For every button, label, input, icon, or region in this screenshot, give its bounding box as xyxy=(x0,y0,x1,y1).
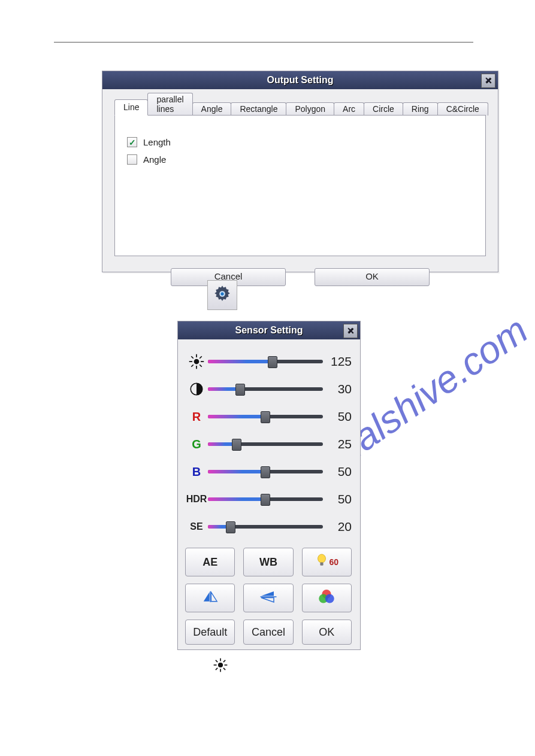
checkbox-angle[interactable] xyxy=(127,154,137,165)
output-title: Output Setting xyxy=(267,75,333,86)
se-label: SE xyxy=(185,521,208,532)
tab-polygon[interactable]: Polygon xyxy=(286,102,334,116)
se-value: 20 xyxy=(323,520,352,534)
bulb-icon xyxy=(315,553,328,572)
tab-c-and-circle[interactable]: C&Circle xyxy=(437,102,488,116)
brightness-slider[interactable] xyxy=(208,357,323,366)
hdr-label: HDR xyxy=(185,494,208,505)
default-button[interactable]: Default xyxy=(185,620,235,645)
tab-circle[interactable]: Circle xyxy=(364,102,403,116)
svg-point-3 xyxy=(194,359,200,365)
contrast-value: 30 xyxy=(323,382,352,396)
svg-point-2 xyxy=(220,292,223,295)
sensor-ok-button[interactable]: OK xyxy=(302,620,352,645)
sensor-settings-gear-button[interactable] xyxy=(207,280,237,310)
g-value: 25 xyxy=(323,437,352,451)
contrast-icon xyxy=(185,381,208,397)
tab-content-line: Length Angle xyxy=(114,115,486,256)
rgb-circles-icon xyxy=(318,588,335,608)
sensor-setting-dialog: Sensor Setting ✕ 125 xyxy=(177,321,361,650)
tab-angle[interactable]: Angle xyxy=(192,102,232,116)
brightness-value: 125 xyxy=(323,354,352,369)
standalone-brightness-icon xyxy=(213,657,228,675)
tab-line[interactable]: Line xyxy=(114,99,148,116)
gear-icon xyxy=(212,284,232,306)
g-slider[interactable] xyxy=(208,439,323,449)
tab-arc[interactable]: Arc xyxy=(334,102,364,116)
slider-row-brightness: 125 xyxy=(185,348,352,375)
sensor-cancel-button[interactable]: Cancel xyxy=(243,620,293,645)
svg-point-18 xyxy=(218,663,223,667)
output-setting-dialog: Output Setting ✕ Line parallel lines Ang… xyxy=(102,71,498,272)
tab-parallel-lines[interactable]: parallel lines xyxy=(147,93,192,116)
checkbox-length-label: Length xyxy=(143,137,171,147)
svg-line-9 xyxy=(200,365,202,367)
r-value: 50 xyxy=(323,409,352,424)
hdr-value: 50 xyxy=(323,492,352,506)
b-slider[interactable] xyxy=(208,467,323,476)
slider-row-se: SE 20 xyxy=(185,513,352,541)
slider-row-hdr: HDR 50 xyxy=(185,485,352,513)
slider-row-g: G 25 xyxy=(185,430,352,458)
sensor-title: Sensor Setting xyxy=(235,325,303,336)
svg-line-23 xyxy=(216,660,217,662)
b-label: B xyxy=(185,465,208,479)
light-freq-button[interactable]: 60 xyxy=(302,548,352,576)
flip-horizontal-button[interactable] xyxy=(185,584,235,612)
checkbox-angle-label: Angle xyxy=(143,154,166,165)
tab-ring[interactable]: Ring xyxy=(403,102,438,116)
light-freq-label: 60 xyxy=(330,557,339,567)
svg-line-10 xyxy=(191,365,194,367)
hdr-slider[interactable] xyxy=(208,494,323,504)
svg-line-11 xyxy=(200,356,202,359)
se-slider[interactable] xyxy=(208,522,323,532)
ae-button[interactable]: AE xyxy=(185,548,235,576)
flip-vertical-icon xyxy=(259,590,277,606)
svg-line-25 xyxy=(216,668,217,670)
slider-row-contrast: 30 xyxy=(185,375,352,403)
slider-row-b: B 50 xyxy=(185,458,352,485)
r-slider[interactable] xyxy=(208,412,323,421)
output-ok-button[interactable]: OK xyxy=(315,268,430,286)
divider-top xyxy=(54,42,473,42)
slider-row-r: R 50 xyxy=(185,403,352,430)
svg-rect-14 xyxy=(320,562,323,565)
svg-line-24 xyxy=(223,668,225,670)
b-value: 50 xyxy=(323,464,352,479)
output-tabbar: Line parallel lines Angle Rectangle Poly… xyxy=(114,101,486,116)
r-label: R xyxy=(185,410,208,424)
output-titlebar: Output Setting ✕ xyxy=(102,71,498,89)
svg-point-13 xyxy=(318,554,325,562)
wb-button[interactable]: WB xyxy=(243,548,293,576)
svg-line-8 xyxy=(191,356,194,359)
svg-point-17 xyxy=(325,594,334,603)
sensor-titlebar: Sensor Setting ✕ xyxy=(178,321,360,339)
tab-rectangle[interactable]: Rectangle xyxy=(231,102,286,116)
flip-vertical-button[interactable] xyxy=(243,584,293,612)
sensor-close-button[interactable]: ✕ xyxy=(343,324,358,338)
brightness-icon xyxy=(185,353,208,370)
color-mode-button[interactable] xyxy=(302,584,352,612)
svg-line-26 xyxy=(223,660,225,662)
flip-horizontal-icon xyxy=(202,590,219,607)
contrast-slider[interactable] xyxy=(208,384,323,394)
g-label: G xyxy=(185,438,208,451)
checkbox-length[interactable] xyxy=(127,137,137,147)
output-close-button[interactable]: ✕ xyxy=(481,74,495,88)
